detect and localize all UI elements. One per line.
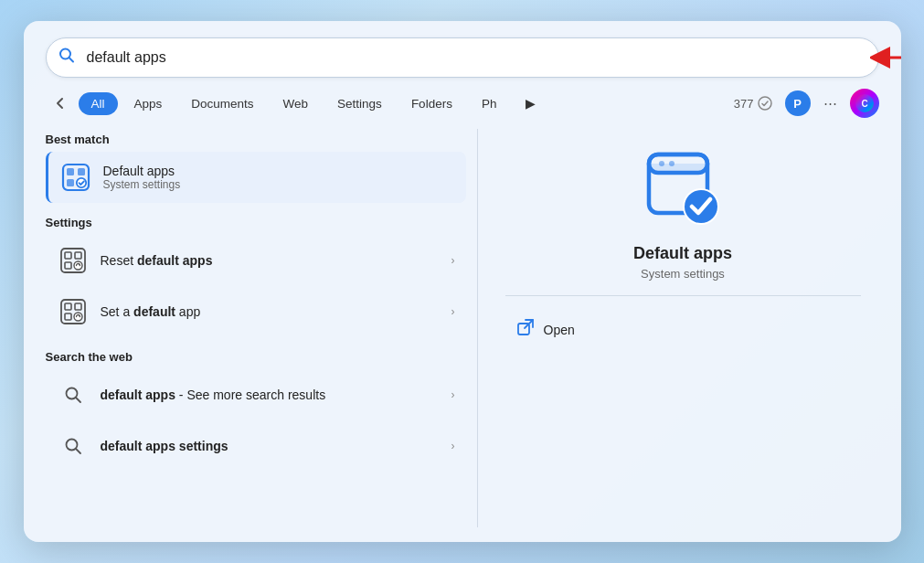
search-input[interactable] xyxy=(46,37,879,78)
set-default-app-item[interactable]: Set a default app › xyxy=(46,286,466,337)
web-section-label: Search the web xyxy=(46,350,466,364)
svg-rect-15 xyxy=(65,262,71,269)
tab-apps[interactable]: Apps xyxy=(122,92,175,115)
reset-item-title: Reset default apps xyxy=(101,253,441,268)
svg-line-1 xyxy=(69,58,73,62)
reset-item-text: Reset default apps xyxy=(101,253,441,268)
tab-folders[interactable]: Folders xyxy=(398,92,465,115)
user-avatar[interactable]: P xyxy=(785,90,811,116)
reset-icon xyxy=(57,244,90,277)
svg-rect-7 xyxy=(67,168,74,175)
best-match-label: Best match xyxy=(46,133,466,146)
best-match-title: Default apps xyxy=(103,164,455,178)
set-default-icon xyxy=(57,295,90,328)
web-search-2[interactable]: default apps settings › xyxy=(46,420,466,472)
svg-rect-13 xyxy=(65,252,71,259)
app-sub-large: System settings xyxy=(641,267,725,281)
tab-all[interactable]: All xyxy=(79,92,118,115)
best-match-item[interactable]: Default apps System settings xyxy=(46,152,466,203)
tab-settings[interactable]: Settings xyxy=(324,92,395,115)
svg-line-25 xyxy=(76,449,80,453)
svg-line-23 xyxy=(76,398,80,402)
set-item-title: Set a default app xyxy=(101,304,441,319)
svg-point-30 xyxy=(669,161,674,166)
web-search-1-title: default apps - See more search results xyxy=(101,388,441,402)
svg-point-3 xyxy=(759,97,771,110)
best-match-text: Default apps System settings xyxy=(103,164,455,191)
reset-default-apps-item[interactable]: Reset default apps › xyxy=(46,235,466,286)
back-button[interactable] xyxy=(46,89,75,118)
right-panel: Default apps System settings Open xyxy=(477,129,879,527)
open-label: Open xyxy=(544,323,575,337)
more-button[interactable]: ⋯ xyxy=(814,90,846,116)
svg-text:C: C xyxy=(861,99,867,109)
set-item-text: Set a default app xyxy=(101,304,441,319)
tab-documents[interactable]: Documents xyxy=(178,92,266,115)
web-search-1-chevron-icon: › xyxy=(451,388,455,401)
filter-tabs: All Apps Documents Web Settings Folders … xyxy=(24,78,901,118)
web-search-2-title: default apps settings xyxy=(101,439,441,453)
arrow-annotation xyxy=(870,41,901,74)
svg-rect-9 xyxy=(67,179,74,186)
web-search-icon-1 xyxy=(57,378,90,411)
right-divider xyxy=(505,295,861,296)
svg-rect-20 xyxy=(65,313,71,320)
web-search-icon-2 xyxy=(57,430,90,462)
search-icon xyxy=(58,48,75,69)
svg-point-16 xyxy=(74,261,82,270)
tab-web[interactable]: Web xyxy=(271,92,322,115)
set-chevron-icon: › xyxy=(451,305,455,318)
web-search-2-chevron-icon: › xyxy=(451,440,455,452)
tab-play[interactable]: ▶ xyxy=(513,91,548,115)
search-box-container xyxy=(46,37,879,78)
svg-point-21 xyxy=(74,313,82,321)
copilot-icon[interactable]: C xyxy=(850,89,879,118)
svg-rect-18 xyxy=(65,303,71,310)
tab-ph[interactable]: Ph xyxy=(469,92,510,115)
svg-rect-8 xyxy=(78,168,85,175)
content-area: Best match Default apps xyxy=(24,118,901,542)
svg-point-29 xyxy=(659,161,664,166)
svg-rect-14 xyxy=(75,252,81,259)
settings-section-label: Settings xyxy=(46,216,466,229)
web-search-2-text: default apps settings xyxy=(101,439,441,453)
settings-section: Settings Reset xyxy=(46,212,466,337)
search-panel: All Apps Documents Web Settings Folders … xyxy=(24,21,901,542)
open-button[interactable]: Open xyxy=(505,311,861,348)
best-match-subtitle: System settings xyxy=(103,178,455,191)
default-apps-icon-small xyxy=(59,161,92,194)
top-bar xyxy=(24,21,901,78)
web-search-1[interactable]: default apps - See more search results › xyxy=(46,369,466,420)
svg-rect-19 xyxy=(75,303,81,310)
web-search-1-text: default apps - See more search results xyxy=(101,388,441,402)
web-section: Search the web default apps - See more s… xyxy=(46,346,466,472)
score-icon xyxy=(758,96,772,111)
open-icon xyxy=(516,318,535,341)
default-apps-icon-large xyxy=(642,147,724,229)
svg-point-32 xyxy=(685,190,717,223)
reset-chevron-icon: › xyxy=(451,254,455,267)
left-panel: Best match Default apps xyxy=(46,129,466,527)
score-display: 377 xyxy=(725,91,781,115)
svg-rect-28 xyxy=(649,164,707,173)
app-name-large: Default apps xyxy=(633,244,732,263)
